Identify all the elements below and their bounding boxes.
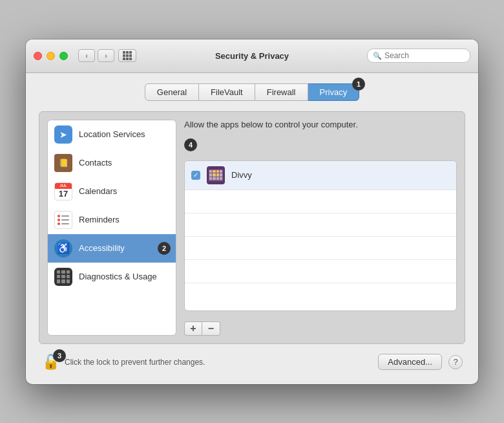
advanced-button[interactable]: Advanced... [378, 354, 442, 370]
search-box[interactable]: 🔍 [367, 49, 470, 63]
back-button[interactable]: ‹ [78, 49, 95, 62]
location-services-label: Location Services [79, 129, 145, 139]
empty-row-4 [185, 260, 456, 283]
diagnostics-icon-wrap [54, 268, 72, 286]
close-button[interactable] [34, 52, 42, 60]
sidebar: ➤ Location Services 📒 Contacts JUL 17 [47, 120, 176, 336]
lock-icon-wrap: 🔓 3 [41, 353, 59, 371]
sidebar-item-calendars[interactable]: JUL 17 Calendars [48, 177, 176, 206]
reminders-icon [54, 211, 72, 229]
content-area: General FileVault Firewall Privacy 1 ➤ L… [26, 73, 478, 384]
accessibility-label: Accessibility [79, 243, 125, 253]
main-panel: ➤ Location Services 📒 Contacts JUL 17 [39, 111, 465, 344]
lock-area: 🔓 3 Click the lock to prevent further ch… [41, 353, 205, 371]
bottom-bar: 🔓 3 Click the lock to prevent further ch… [39, 353, 465, 371]
location-icon-wrap: ➤ [54, 125, 72, 144]
reminders-label: Reminders [79, 215, 120, 224]
search-icon: 🔍 [373, 52, 382, 60]
tab-bar: General FileVault Firewall Privacy 1 [39, 83, 465, 101]
empty-row-1 [185, 190, 456, 213]
list-item[interactable]: ✓ Divvy [185, 161, 456, 190]
privacy-badge: 1 [352, 78, 365, 91]
calendars-icon-wrap: JUL 17 [54, 182, 72, 201]
grid-view-button[interactable] [118, 49, 136, 62]
tab-filevault[interactable]: FileVault [199, 83, 255, 101]
contacts-icon-wrap: 📒 [54, 154, 72, 172]
divvy-checkbox[interactable]: ✓ [191, 171, 200, 180]
right-panel: Allow the apps below to control your com… [184, 120, 457, 336]
minimize-button[interactable] [47, 52, 55, 60]
search-input[interactable] [384, 51, 465, 60]
divvy-app-icon [207, 166, 225, 184]
add-button[interactable]: + [184, 321, 202, 336]
traffic-lights [34, 52, 68, 60]
tab-firewall[interactable]: Firewall [255, 83, 308, 101]
forward-button[interactable]: › [98, 49, 114, 62]
app-list: ✓ Divvy [184, 160, 457, 311]
badge-4: 4 [184, 138, 197, 151]
calendars-label: Calendars [79, 186, 117, 196]
list-controls: + − [184, 321, 457, 336]
sidebar-item-location-services[interactable]: ➤ Location Services [48, 120, 176, 149]
empty-row-5 [185, 283, 456, 307]
empty-row-2 [185, 213, 456, 237]
tab-privacy[interactable]: Privacy 1 [308, 83, 360, 101]
diagnostics-icon [54, 268, 72, 286]
divvy-app-name: Divvy [231, 170, 252, 180]
sidebar-item-reminders[interactable]: Reminders [48, 206, 176, 234]
location-icon: ➤ [54, 125, 72, 144]
diagnostics-label: Diagnostics & Usage [79, 272, 157, 281]
main-window: ‹ › Security & Privacy 🔍 General FileVau… [26, 39, 478, 384]
remove-button[interactable]: − [202, 321, 220, 336]
sidebar-item-contacts[interactable]: 📒 Contacts [48, 149, 176, 177]
sidebar-item-diagnostics[interactable]: Diagnostics & Usage [48, 263, 176, 291]
lock-text: Click the lock to prevent further change… [65, 358, 205, 367]
help-button[interactable]: ? [448, 355, 463, 369]
tab-general[interactable]: General [145, 83, 199, 101]
maximize-button[interactable] [59, 52, 68, 60]
lock-badge-3: 3 [53, 349, 66, 362]
window-title: Security & Privacy [215, 51, 289, 61]
nav-buttons: ‹ › [78, 49, 114, 62]
grid-icon [123, 51, 132, 60]
accessibility-icon-wrap: ♿ [54, 239, 72, 257]
accessibility-badge: 2 [158, 242, 171, 255]
reminders-icon-wrap [54, 211, 72, 229]
bottom-right: Advanced... ? [378, 354, 463, 370]
accessibility-icon: ♿ [54, 239, 72, 257]
panel-description: Allow the apps below to control your com… [184, 120, 457, 129]
sidebar-item-accessibility[interactable]: ♿ Accessibility 2 [48, 234, 176, 263]
contacts-icon: 📒 [54, 154, 72, 172]
titlebar: ‹ › Security & Privacy 🔍 [26, 39, 478, 73]
calendars-icon: JUL 17 [54, 182, 72, 201]
contacts-label: Contacts [79, 158, 112, 168]
empty-row-3 [185, 237, 456, 260]
